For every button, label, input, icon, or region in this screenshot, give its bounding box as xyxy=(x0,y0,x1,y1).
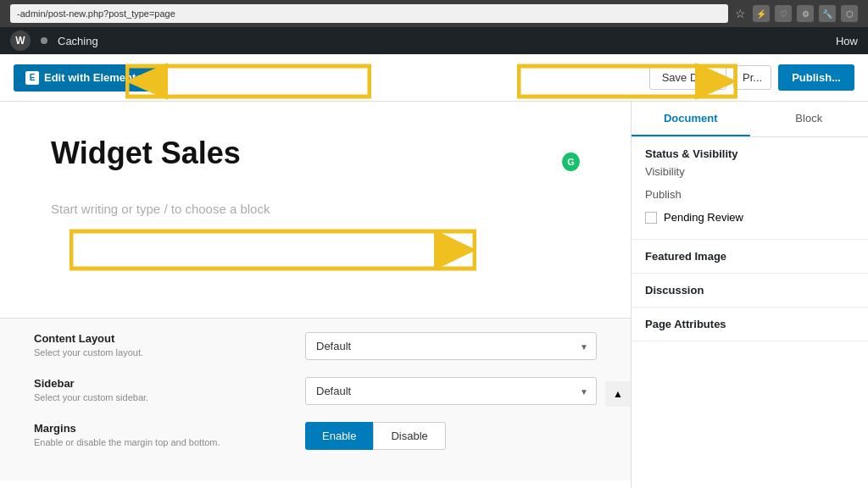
content-layout-label-group: Content Layout Select your custom layout… xyxy=(34,332,288,358)
ext-icon-1[interactable]: ⚡ xyxy=(753,5,770,22)
margins-disable-button[interactable]: Disable xyxy=(373,422,445,450)
svg-marker-5 xyxy=(434,230,476,270)
tab-document[interactable]: Document xyxy=(632,102,750,136)
sidebar-control: Default xyxy=(305,377,597,405)
publish-button[interactable]: Publish... xyxy=(778,64,854,91)
publish-label: Publish... xyxy=(792,71,841,84)
main-area: Widget Sales G Start writing or type / t… xyxy=(0,102,868,488)
elementor-icon: E xyxy=(25,71,39,85)
pending-review-row: Pending Review xyxy=(645,206,854,229)
preview-label: Pr... xyxy=(743,71,762,84)
sidebar-sublabel: Select your custom sidebar. xyxy=(34,392,288,402)
editor-content: Widget Sales G Start writing or type / t… xyxy=(0,102,631,233)
admin-bar: W Caching How xyxy=(0,27,868,54)
save-draft-button[interactable]: Save Draft xyxy=(649,65,726,90)
margins-control: Enable Disable xyxy=(305,422,597,450)
admin-site-name: Caching xyxy=(58,35,98,47)
editor-toolbar: E Edit with Elementor Save Draft Pr... P… xyxy=(0,54,868,102)
bottom-panel: Content Layout Select your custom layout… xyxy=(0,318,631,480)
ext-icon-2[interactable]: ♡ xyxy=(775,5,792,22)
pending-review-label: Pending Review xyxy=(664,211,743,224)
left-arrow-annotation xyxy=(125,61,371,102)
tab-block-label: Block xyxy=(795,112,822,125)
sidebar-item-visibility[interactable]: Visibility xyxy=(645,160,854,183)
edit-elementor-label: Edit with Elementor xyxy=(44,71,147,84)
page-title[interactable]: Widget Sales xyxy=(51,136,552,171)
enable-label: Enable xyxy=(322,430,356,442)
url-text: -admin/post-new.php?post_type=page xyxy=(17,8,175,19)
content-placeholder[interactable]: Start writing or type / to choose a bloc… xyxy=(51,202,580,216)
toolbar-right-actions: Save Draft Pr... Publish... xyxy=(649,64,854,91)
sidebar-label-group: Sidebar Select your custom sidebar. xyxy=(34,377,288,402)
grammarly-icon: G xyxy=(562,152,580,171)
tab-document-label: Document xyxy=(664,112,718,125)
save-draft-label: Save Draft xyxy=(662,71,714,84)
sidebar-label: Sidebar xyxy=(34,377,288,390)
margins-sublabel: Enable or disable the margin top and bot… xyxy=(34,437,288,447)
margins-label-group: Margins Enable or disable the margin top… xyxy=(34,422,288,447)
browser-bar: -admin/post-new.php?post_type=page ☆ ⚡ ♡… xyxy=(0,0,868,27)
margins-toggle-group: Enable Disable xyxy=(305,422,597,450)
wp-logo-text: W xyxy=(15,35,25,47)
bookmark-icon[interactable]: ☆ xyxy=(735,7,746,20)
margins-enable-button[interactable]: Enable xyxy=(305,422,373,450)
disable-label: Disable xyxy=(391,430,427,442)
page-attributes-title[interactable]: Page Attributes xyxy=(645,318,854,330)
sidebar-layout-row: Sidebar Select your custom sidebar. Defa… xyxy=(34,377,597,405)
sidebar: Document Block Status & Visibility Visib… xyxy=(631,102,868,488)
content-layout-control: Default xyxy=(305,332,597,360)
title-arrow-annotation xyxy=(70,225,476,275)
edit-with-elementor-button[interactable]: E Edit with Elementor xyxy=(14,64,159,92)
content-layout-select-wrapper: Default xyxy=(305,332,597,360)
page-title-row: Widget Sales G xyxy=(51,136,580,188)
collapse-panel-button[interactable]: ▲ xyxy=(605,381,631,407)
sidebar-section-status-visibility: Status & Visibility Visibility Publish P… xyxy=(632,137,868,240)
sidebar-section-featured-image: Featured Image xyxy=(632,240,868,274)
featured-image-title[interactable]: Featured Image xyxy=(645,250,854,263)
grammarly-letter: G xyxy=(567,157,575,167)
sidebar-section-page-attributes: Page Attributes xyxy=(632,308,868,341)
content-layout-sublabel: Select your custom layout. xyxy=(34,347,288,358)
tab-block[interactable]: Block xyxy=(750,102,869,136)
editor-area: Widget Sales G Start writing or type / t… xyxy=(0,102,631,488)
ext-icon-3[interactable]: ⚙ xyxy=(797,5,814,22)
ext-icon-4[interactable]: 🔧 xyxy=(819,5,836,22)
margins-row: Margins Enable or disable the margin top… xyxy=(34,422,597,450)
browser-extension-icons: ⚡ ♡ ⚙ 🔧 ⬡ xyxy=(753,5,858,22)
content-layout-row: Content Layout Select your custom layout… xyxy=(34,332,597,360)
svg-rect-0 xyxy=(127,66,370,97)
pending-review-checkbox[interactable] xyxy=(645,212,657,224)
admin-dot xyxy=(41,37,47,44)
wp-logo: W xyxy=(10,30,31,51)
admin-bar-right-text: How xyxy=(836,35,858,47)
svg-rect-4 xyxy=(71,231,475,269)
sidebar-section-discussion: Discussion xyxy=(632,274,868,308)
sidebar-item-publish[interactable]: Publish xyxy=(645,183,854,206)
margins-label: Margins xyxy=(34,422,288,435)
sidebar-tabs: Document Block xyxy=(632,102,868,137)
ext-icon-5[interactable]: ⬡ xyxy=(841,5,858,22)
preview-button[interactable]: Pr... xyxy=(733,65,771,90)
discussion-title[interactable]: Discussion xyxy=(645,284,854,297)
browser-url[interactable]: -admin/post-new.php?post_type=page xyxy=(10,4,728,23)
sidebar-select[interactable]: Default xyxy=(305,377,597,405)
content-layout-label: Content Layout xyxy=(34,332,288,345)
content-layout-select[interactable]: Default xyxy=(305,332,597,360)
sidebar-select-wrapper: Default xyxy=(305,377,597,405)
status-visibility-title[interactable]: Status & Visibility xyxy=(645,147,854,160)
